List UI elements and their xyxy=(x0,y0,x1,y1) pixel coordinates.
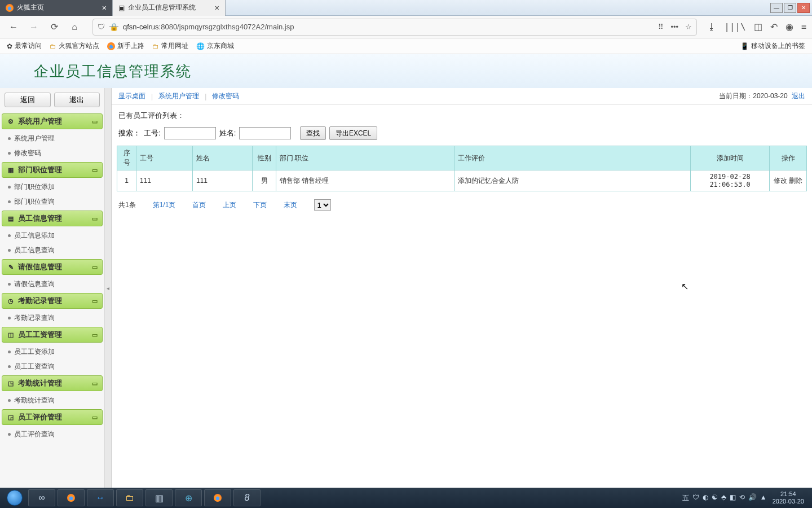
sidebar: 返回 退出 ⚙系统用户管理▭ 系统用户管理 修改密码 ▦部门职位管理▭ 部门职位… xyxy=(0,88,105,488)
menu-icon[interactable]: ≡ xyxy=(801,22,806,32)
menu-head-salary[interactable]: ◫员工工资管理▭ xyxy=(2,327,103,343)
tab-firefox-home[interactable]: 火狐主页 × xyxy=(0,0,113,16)
taskbar-app-teamviewer[interactable]: ↔ xyxy=(87,489,114,506)
menu-head-attendance[interactable]: ◷考勤记录管理▭ xyxy=(2,293,103,309)
pager-select[interactable]: 1 xyxy=(314,199,331,211)
url-bar[interactable]: 🛡 🔒 qfsn-celrus:8080/jspmqyrsgzglxthsg40… xyxy=(92,19,697,36)
exit-button[interactable]: 退出 xyxy=(54,93,100,107)
close-icon[interactable]: × xyxy=(102,3,107,12)
sidebar-item-salary-add[interactable]: 员工工资添加 xyxy=(0,344,104,359)
table-icon: ▤ xyxy=(7,214,15,222)
sidebar-item-leave-query[interactable]: 请假信息查询 xyxy=(0,277,104,291)
pager-page[interactable]: 第1/1页 xyxy=(153,200,176,210)
more-icon[interactable]: ••• xyxy=(670,23,678,31)
toolbar-right: ⭳ |||\ ◫ ↶ ◉ ≡ xyxy=(707,21,806,32)
sidebar-item-review-query[interactable]: 员工评价查询 xyxy=(0,427,104,441)
tray-icon[interactable]: 🔊 xyxy=(748,493,757,503)
tray-icon[interactable]: ⬘ xyxy=(721,493,726,503)
bookmark-jd[interactable]: 🌐京东商城 xyxy=(196,41,234,51)
menu-head-leave[interactable]: ✎请假信息管理▭ xyxy=(2,259,103,275)
bullet-icon xyxy=(8,433,11,436)
window-close-button[interactable]: ✕ xyxy=(797,3,810,13)
bookmark-star-icon[interactable]: ☆ xyxy=(685,23,692,31)
sidebar-item-emp-query[interactable]: 员工信息查询 xyxy=(0,243,104,257)
sidebar-item-stats-query[interactable]: 考勤统计查询 xyxy=(0,393,104,408)
list-title: 已有员工评价列表： xyxy=(112,105,812,124)
nav-back-button[interactable]: ← xyxy=(6,19,21,35)
sidebar-item-salary-query[interactable]: 员工工资查询 xyxy=(0,359,104,374)
sidebar-item-dept-query[interactable]: 部门职位查询 xyxy=(0,194,104,209)
taskbar-clock[interactable]: 21:54 2020-03-20 xyxy=(773,491,804,505)
bookmark-getting-started[interactable]: 新手上路 xyxy=(107,41,144,51)
search-button[interactable]: 查找 xyxy=(300,126,326,140)
home-button[interactable]: ⌂ xyxy=(67,19,82,35)
tray-icon[interactable]: 🛡 xyxy=(692,493,699,503)
menu-head-system-users[interactable]: ⚙系统用户管理▭ xyxy=(2,113,103,129)
nav-forward-button[interactable]: → xyxy=(26,19,42,35)
account-icon[interactable]: ◉ xyxy=(785,21,793,32)
delete-link[interactable]: 删除 xyxy=(789,177,802,185)
edit-link[interactable]: 修改 xyxy=(774,177,787,185)
logout-link[interactable]: 退出 xyxy=(792,92,805,100)
sidebar-icon[interactable]: ◫ xyxy=(754,21,762,32)
name-input[interactable] xyxy=(239,127,291,139)
tray-icon[interactable]: ▲ xyxy=(760,493,767,503)
close-icon[interactable]: × xyxy=(215,3,219,12)
translate-icon[interactable]: ⠿ xyxy=(658,23,664,31)
reload-button[interactable]: ⟳ xyxy=(46,19,62,35)
tray-icon[interactable]: ⟲ xyxy=(739,493,745,503)
chart-icon: ◳ xyxy=(7,379,15,387)
start-button[interactable] xyxy=(3,489,26,507)
undo-icon[interactable]: ↶ xyxy=(770,21,778,32)
col-review: 工作评价 xyxy=(454,146,691,170)
sidebar-item-attend-query[interactable]: 考勤记录查询 xyxy=(0,310,104,325)
crumb-change-pwd[interactable]: 修改密码 xyxy=(212,91,239,101)
sidebar-item-user-mgmt[interactable]: 系统用户管理 xyxy=(0,131,104,146)
bookmark-common[interactable]: 🗀常用网址 xyxy=(152,41,188,51)
taskbar-app-firefox2[interactable] xyxy=(204,489,231,506)
sidebar-collapse-handle[interactable]: ◂ xyxy=(105,88,112,488)
menu-head-review[interactable]: ◲员工评价管理▭ xyxy=(2,409,103,425)
taskbar-app-explorer[interactable]: 🗀 xyxy=(116,489,143,506)
bookmark-mobile[interactable]: 📱移动设备上的书签 xyxy=(740,41,805,51)
back-button[interactable]: 返回 xyxy=(5,93,51,107)
bookmark-most-visited[interactable]: ✿最常访问 xyxy=(7,41,42,51)
tab-label: 企业员工信息管理系统 xyxy=(128,3,196,12)
menu-head-dept[interactable]: ▦部门职位管理▭ xyxy=(2,162,103,178)
taskbar-app-5[interactable]: ▥ xyxy=(145,489,173,506)
crumb-desktop[interactable]: 显示桌面 xyxy=(118,91,145,101)
export-excel-button[interactable]: 导出EXCEL xyxy=(329,126,377,140)
menu-head-attend-stats[interactable]: ◳考勤统计管理▭ xyxy=(2,375,103,391)
pager-next[interactable]: 下页 xyxy=(253,200,267,210)
download-icon[interactable]: ⭳ xyxy=(707,22,716,32)
window-titlebar: 火狐主页 × ▣ 企业员工信息管理系统 × — ❐ ✕ xyxy=(0,0,812,16)
col-gender: 性别 xyxy=(253,146,276,170)
tray-icon[interactable]: ◐ xyxy=(703,493,708,503)
library-icon[interactable]: |||\ xyxy=(724,21,746,32)
crumb-usermgmt[interactable]: 系统用户管理 xyxy=(158,91,199,101)
bookmark-firefox-site[interactable]: 🗀火狐官方站点 xyxy=(50,41,99,51)
system-tray: 五 🛡 ◐ ☯ ⬘ ◧ ⟲ 🔊 ▲ 21:54 2020-03-20 xyxy=(682,491,809,505)
tray-icons[interactable]: 五 🛡 ◐ ☯ ⬘ ◧ ⟲ 🔊 ▲ xyxy=(682,493,767,503)
pager-first[interactable]: 首页 xyxy=(192,200,206,210)
sidebar-item-change-pwd[interactable]: 修改密码 xyxy=(0,146,104,160)
search-row: 搜索： 工号: 姓名: 查找 导出EXCEL xyxy=(112,124,812,146)
menu-head-employee[interactable]: ▤员工信息管理▭ xyxy=(2,211,103,226)
taskbar-app-8[interactable]: 8 xyxy=(233,489,261,506)
tray-icon[interactable]: ◧ xyxy=(730,493,736,503)
taskbar-app-6[interactable]: ⊕ xyxy=(175,489,202,506)
sidebar-item-emp-add[interactable]: 员工信息添加 xyxy=(0,228,104,243)
pager-last[interactable]: 末页 xyxy=(284,200,297,210)
minimize-button[interactable]: — xyxy=(770,3,783,13)
page-icon: ▣ xyxy=(118,4,125,12)
empno-input[interactable] xyxy=(164,127,216,139)
sidebar-item-dept-add[interactable]: 部门职位添加 xyxy=(0,179,104,194)
tray-icon[interactable]: 五 xyxy=(682,493,689,503)
pager-prev[interactable]: 上页 xyxy=(223,200,236,210)
app-header: 企业员工信息管理系统 xyxy=(0,54,812,88)
tab-app[interactable]: ▣ 企业员工信息管理系统 × xyxy=(113,0,226,16)
maximize-button[interactable]: ❐ xyxy=(784,3,796,13)
taskbar-app-firefox[interactable] xyxy=(58,489,85,506)
taskbar-app-1[interactable]: ∞ xyxy=(28,489,55,506)
tray-icon[interactable]: ☯ xyxy=(712,493,718,503)
